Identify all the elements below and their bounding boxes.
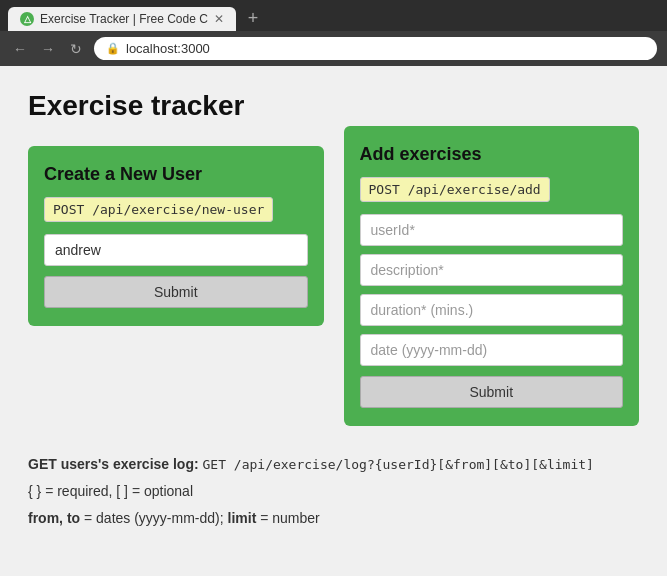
limit-desc: = number xyxy=(260,510,320,526)
add-exercises-card: Add exercises POST /api/exercise/add Sub… xyxy=(344,126,640,426)
page-content: Exercise tracker Create a New User POST … xyxy=(0,66,667,559)
page-title: Exercise tracker xyxy=(28,90,639,122)
create-user-endpoint: POST /api/exercise/new-user xyxy=(44,197,273,222)
cards-row: Create a New User POST /api/exercise/new… xyxy=(28,146,639,426)
username-input[interactable] xyxy=(44,234,308,266)
duration-input[interactable] xyxy=(360,294,624,326)
lock-icon: 🔒 xyxy=(106,42,120,55)
create-user-title: Create a New User xyxy=(44,164,308,185)
description-input[interactable] xyxy=(360,254,624,286)
userid-input[interactable] xyxy=(360,214,624,246)
required-optional-text: { } = required, [ ] = optional xyxy=(28,483,193,499)
add-exercises-submit-button[interactable]: Submit xyxy=(360,376,624,408)
nav-bar: ← → ↻ 🔒 localhost:3000 xyxy=(0,31,667,66)
tab-title: Exercise Tracker | Free Code C xyxy=(40,12,208,26)
add-exercises-endpoint: POST /api/exercise/add xyxy=(360,177,550,202)
limit-label: limit xyxy=(228,510,257,526)
refresh-button[interactable]: ↻ xyxy=(66,41,86,57)
create-user-submit-button[interactable]: Submit xyxy=(44,276,308,308)
active-tab[interactable]: △ Exercise Tracker | Free Code C ✕ xyxy=(8,7,236,31)
from-to-desc: = dates (yyyy-mm-dd); xyxy=(84,510,228,526)
back-button[interactable]: ← xyxy=(10,41,30,57)
from-to-label: from, to xyxy=(28,510,80,526)
forward-button[interactable]: → xyxy=(38,41,58,57)
required-optional-line: { } = required, [ ] = optional xyxy=(28,481,639,502)
log-endpoint: GET /api/exercise/log?{userId}[&from][&t… xyxy=(203,457,594,472)
address-bar[interactable]: 🔒 localhost:3000 xyxy=(94,37,657,60)
log-info-line: GET users's exercise log: GET /api/exerc… xyxy=(28,454,639,475)
new-tab-button[interactable]: + xyxy=(240,6,267,31)
tab-bar: △ Exercise Tracker | Free Code C ✕ + xyxy=(0,0,667,31)
tab-close-button[interactable]: ✕ xyxy=(214,12,224,26)
tab-favicon-icon: △ xyxy=(20,12,34,26)
address-url: localhost:3000 xyxy=(126,41,210,56)
date-input[interactable] xyxy=(360,334,624,366)
footer-info: GET users's exercise log: GET /api/exerc… xyxy=(28,454,639,529)
add-exercises-title: Add exercises xyxy=(360,144,624,165)
log-label: GET users's exercise log: xyxy=(28,456,199,472)
from-to-line: from, to = dates (yyyy-mm-dd); limit = n… xyxy=(28,508,639,529)
browser-chrome: △ Exercise Tracker | Free Code C ✕ + ← →… xyxy=(0,0,667,66)
create-user-card: Create a New User POST /api/exercise/new… xyxy=(28,146,324,326)
